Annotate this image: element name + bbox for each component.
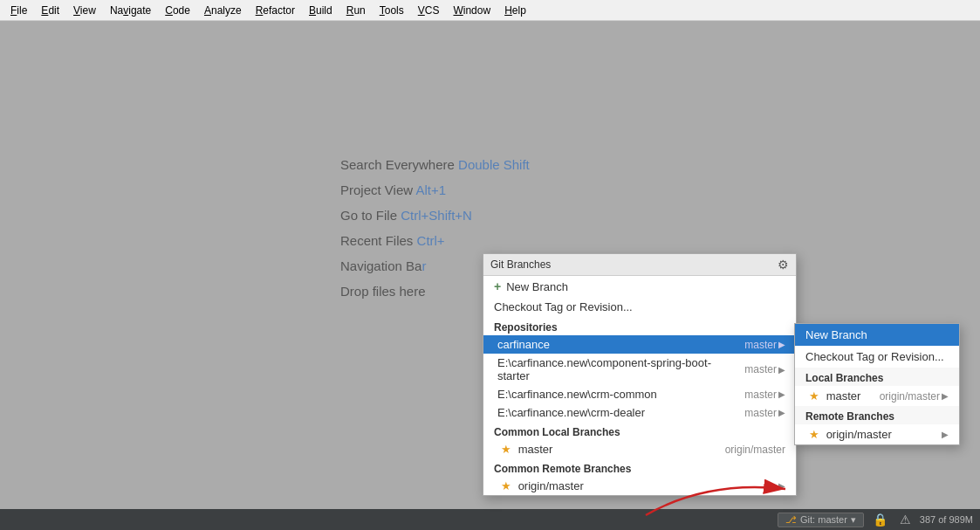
repo-carfinance-tag: master bbox=[744, 339, 777, 351]
new-branch-action[interactable]: + New Branch bbox=[483, 276, 796, 297]
submenu-popup: New Branch Checkout Tag or Revision... L… bbox=[794, 323, 960, 445]
submenu-remote-origin-name: origin/master bbox=[826, 428, 892, 441]
submenu-remote-header: Remote Branches bbox=[795, 406, 959, 424]
menu-run[interactable]: Run bbox=[339, 3, 373, 18]
repo-crm-common[interactable]: E:\carfinance.new\crm-common master ▶ bbox=[483, 385, 796, 403]
repo-crm-dealer-arrow: ▶ bbox=[778, 408, 785, 417]
menu-navigate[interactable]: Navigate bbox=[103, 3, 158, 18]
local-master-branch[interactable]: ★ master origin/master bbox=[483, 440, 796, 458]
repo-crm-dealer-tag: master bbox=[744, 407, 777, 419]
submenu-new-branch[interactable]: New Branch bbox=[795, 324, 959, 346]
repo-crm-common-arrow: ▶ bbox=[778, 389, 785, 399]
submenu-local-master-tag: origin/master bbox=[880, 390, 940, 403]
menubar: File Edit View Navigate Code Analyze Ref… bbox=[0, 0, 980, 21]
submenu-local-header: Local Branches bbox=[795, 368, 959, 386]
submenu-star-remote: ★ bbox=[809, 428, 819, 441]
remote-origin-master-name: origin/master bbox=[518, 479, 584, 492]
local-master-tag: origin/master bbox=[725, 444, 785, 456]
popup-header: Git Branches ⚙ bbox=[483, 254, 796, 276]
submenu-star-local: ★ bbox=[809, 389, 819, 403]
menu-vcs[interactable]: VCS bbox=[411, 3, 447, 18]
statusbar-warning-icon[interactable]: ⚠ bbox=[896, 513, 915, 527]
hint-project: Project View Alt+1 bbox=[340, 182, 530, 197]
menu-help[interactable]: Help bbox=[497, 3, 533, 18]
repo-arrow-icon: ▶ bbox=[778, 340, 785, 349]
repositories-header: Repositories bbox=[483, 317, 796, 335]
checkout-tag-action[interactable]: Checkout Tag or Revision... bbox=[483, 297, 796, 317]
menu-code[interactable]: Code bbox=[158, 3, 197, 18]
star-icon-remote: ★ bbox=[501, 479, 511, 492]
arrow-indicator bbox=[637, 471, 812, 527]
common-local-header: Common Local Branches bbox=[483, 422, 796, 440]
statusbar: ⎇ Git: master ▾ 🔒 ⚠ 387 of 989M bbox=[0, 509, 980, 530]
menu-view[interactable]: View bbox=[66, 3, 103, 18]
local-master-name: master bbox=[518, 443, 553, 456]
menu-refactor[interactable]: Refactor bbox=[249, 3, 302, 18]
repo-component-arrow: ▶ bbox=[778, 365, 785, 375]
submenu-checkout-tag-label: Checkout Tag or Revision... bbox=[805, 350, 944, 363]
menu-build[interactable]: Build bbox=[302, 3, 339, 18]
statusbar-count: 387 of 989M bbox=[920, 514, 973, 525]
submenu-remote-arrow: ▶ bbox=[942, 430, 949, 439]
submenu-local-master[interactable]: ★ master origin/master ▶ bbox=[795, 386, 959, 406]
repo-crm-dealer-name: E:\carfinance.new\crm-dealer bbox=[497, 406, 645, 419]
menu-tools[interactable]: Tools bbox=[373, 3, 411, 18]
popup-title: Git Branches bbox=[490, 258, 551, 271]
git-dropdown-icon: ▾ bbox=[851, 514, 856, 526]
repo-component-tag: master bbox=[744, 363, 777, 375]
repo-carfinance[interactable]: carfinance master ▶ bbox=[483, 335, 796, 354]
submenu-local-master-name: master bbox=[826, 389, 861, 403]
star-icon-local: ★ bbox=[501, 443, 511, 456]
repo-component-name: E:\carfinance.new\component-spring-boot-… bbox=[497, 356, 739, 382]
repo-carfinance-name: carfinance bbox=[497, 338, 550, 351]
statusbar-lock-icon[interactable]: 🔒 bbox=[869, 513, 891, 527]
submenu-local-arrow: ▶ bbox=[942, 391, 949, 401]
submenu-checkout-tag[interactable]: Checkout Tag or Revision... bbox=[795, 346, 959, 368]
plus-icon: + bbox=[494, 279, 501, 293]
menu-analyze[interactable]: Analyze bbox=[197, 3, 249, 18]
repo-crm-dealer[interactable]: E:\carfinance.new\crm-dealer master ▶ bbox=[483, 403, 796, 422]
repo-component[interactable]: E:\carfinance.new\component-spring-boot-… bbox=[483, 354, 796, 385]
hint-search: Search Everywhere Double Shift bbox=[340, 157, 530, 172]
submenu-remote-origin[interactable]: ★ origin/master ▶ bbox=[795, 424, 959, 444]
menu-window[interactable]: Window bbox=[446, 3, 497, 18]
hint-goto: Go to File Ctrl+Shift+N bbox=[340, 208, 530, 223]
gear-icon[interactable]: ⚙ bbox=[778, 258, 789, 272]
repo-crm-common-name: E:\carfinance.new\crm-common bbox=[497, 388, 657, 401]
hint-recent: Recent Files Ctrl+ bbox=[340, 233, 530, 248]
repo-crm-common-tag: master bbox=[744, 389, 777, 401]
menu-file[interactable]: File bbox=[3, 3, 34, 18]
checkout-tag-label: Checkout Tag or Revision... bbox=[494, 300, 633, 313]
submenu-new-branch-label: New Branch bbox=[805, 328, 867, 341]
menu-edit[interactable]: Edit bbox=[34, 3, 66, 18]
git-branches-popup: Git Branches ⚙ + New Branch Checkout Tag… bbox=[483, 253, 797, 496]
new-branch-label: New Branch bbox=[506, 280, 568, 293]
